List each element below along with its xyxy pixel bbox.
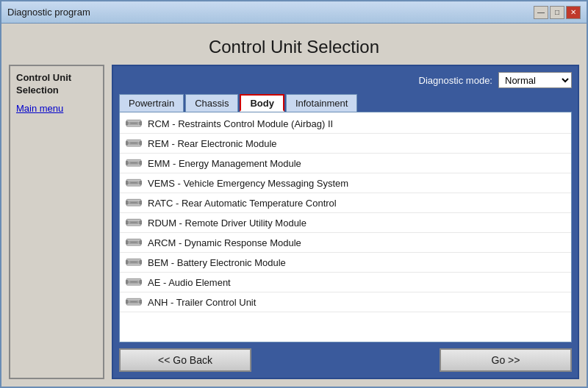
- tab-body[interactable]: Body: [240, 94, 284, 112]
- list-item[interactable]: AE - Audio Element: [120, 273, 571, 292]
- close-button[interactable]: ✕: [566, 6, 581, 19]
- svg-rect-37: [126, 261, 128, 264]
- sidebar-title: Control Unit Selection: [16, 72, 97, 97]
- module-icon: [126, 296, 142, 308]
- module-icon: [126, 256, 142, 268]
- svg-rect-13: [140, 162, 142, 165]
- list-container: RCM - Restraints Control Module (Airbag)…: [119, 112, 572, 342]
- module-icon: [126, 118, 142, 129]
- list-item[interactable]: ARCM - Dynamic Response Module: [120, 233, 571, 253]
- svg-rect-18: [140, 182, 142, 184]
- svg-rect-7: [126, 142, 128, 145]
- module-icon: [126, 197, 142, 209]
- go-next-button[interactable]: Go >>: [440, 348, 572, 372]
- module-icon: [126, 137, 142, 149]
- tabs-row: Powertrain Chassis Body Infotainment: [119, 94, 572, 112]
- title-bar: Diagnostic program — □ ✕: [1, 1, 587, 24]
- main-menu-link[interactable]: Main menu: [16, 103, 63, 114]
- go-back-button[interactable]: << Go Back: [119, 348, 251, 372]
- window-controls: — □ ✕: [534, 6, 581, 19]
- body-layout: Control Unit Selection Main menu Diagnos…: [1, 65, 587, 387]
- bottom-buttons: << Go Back Go >>: [119, 348, 572, 372]
- module-icon: [126, 217, 142, 229]
- main-content: Control Unit Selection Control Unit Sele…: [1, 24, 587, 387]
- svg-rect-3: [140, 122, 142, 125]
- svg-rect-22: [126, 201, 128, 204]
- diagnostic-mode-label: Diagnostic mode:: [419, 75, 492, 86]
- module-icon: [126, 177, 142, 189]
- tab-chassis[interactable]: Chassis: [185, 94, 238, 112]
- svg-rect-32: [126, 241, 128, 244]
- list-items[interactable]: RCM - Restraints Control Module (Airbag)…: [120, 112, 571, 342]
- diagnostic-mode-row: Diagnostic mode: Normal Extended Advance…: [119, 72, 572, 88]
- svg-rect-38: [140, 261, 142, 264]
- list-item[interactable]: RCM - Restraints Control Module (Airbag)…: [120, 114, 571, 134]
- list-item[interactable]: REM - Rear Electronic Module: [120, 134, 571, 154]
- sidebar: Control Unit Selection Main menu: [9, 65, 104, 379]
- diagnostic-mode-select[interactable]: Normal Extended Advanced: [498, 72, 572, 88]
- module-icon: [126, 157, 142, 169]
- svg-rect-33: [140, 241, 142, 244]
- right-panel: Diagnostic mode: Normal Extended Advance…: [112, 65, 579, 379]
- svg-rect-2: [126, 122, 128, 125]
- tab-infotainment[interactable]: Infotainment: [286, 94, 358, 112]
- svg-rect-23: [140, 201, 142, 204]
- maximize-button[interactable]: □: [550, 6, 564, 19]
- list-item[interactable]: BEM - Battery Electronic Module: [120, 253, 571, 273]
- svg-rect-47: [126, 301, 128, 303]
- tab-powertrain[interactable]: Powertrain: [119, 94, 184, 112]
- list-item[interactable]: VEMS - Vehicle Emergency Messaging Syste…: [120, 173, 571, 193]
- main-window: Diagnostic program — □ ✕ Control Unit Se…: [0, 0, 588, 388]
- svg-rect-28: [140, 221, 142, 224]
- page-title: Control Unit Selection: [1, 24, 587, 65]
- svg-rect-8: [140, 142, 142, 145]
- list-item[interactable]: EMM - Energy Management Module: [120, 154, 571, 173]
- svg-rect-48: [140, 301, 142, 303]
- minimize-button[interactable]: —: [534, 6, 548, 19]
- module-icon: [126, 276, 142, 288]
- svg-rect-42: [126, 281, 128, 284]
- module-icon: [126, 237, 142, 248]
- list-item[interactable]: RDUM - Remote Driver Utility Module: [120, 213, 571, 233]
- window-title: Diagnostic program: [7, 7, 90, 18]
- list-item[interactable]: RATC - Rear Automatic Temperature Contro…: [120, 193, 571, 213]
- list-item[interactable]: ANH - Trailer Control Unit: [120, 292, 571, 312]
- svg-rect-12: [126, 162, 128, 165]
- svg-rect-43: [140, 281, 142, 284]
- svg-rect-17: [126, 182, 128, 184]
- svg-rect-27: [126, 221, 128, 224]
